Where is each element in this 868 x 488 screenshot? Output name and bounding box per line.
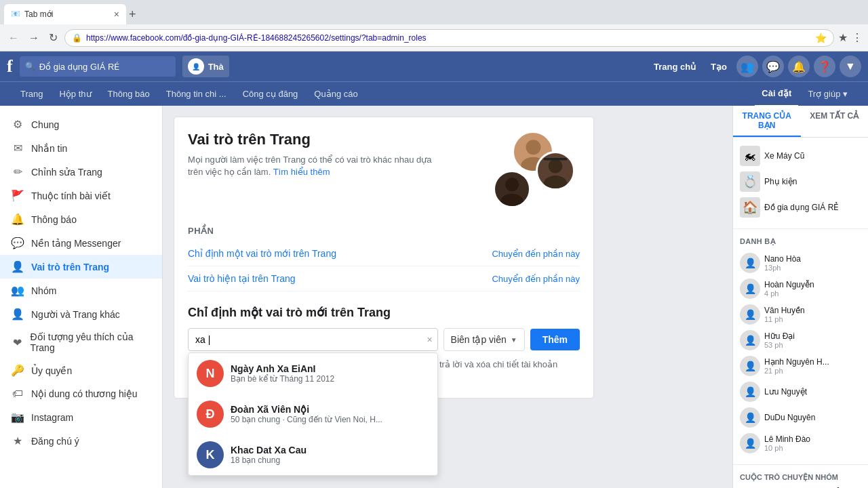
rs-page-item-1[interactable]: 🏍 Xe Máy Cũ (740, 143, 861, 169)
sidebar-label-nguoi: Người và Trang khác (31, 309, 120, 320)
assign-jump-link[interactable]: Chuyển đến phần này (492, 249, 580, 259)
dropdown-item-3[interactable]: K Khac Dat Xa Cau 18 bạn chung (189, 434, 437, 475)
dropdown-avatar-2: Đ (197, 401, 224, 428)
rs-person-avatar-3: 👤 (740, 304, 760, 325)
svg-point-0 (526, 140, 540, 155)
url-input[interactable] (86, 33, 811, 43)
role-select-button[interactable]: Biên tập viên ▼ (443, 328, 525, 351)
sidebar-label-nhom: Nhóm (31, 285, 56, 296)
subnav-congcu[interactable]: Công cụ đăng (236, 82, 305, 106)
subnav-trogiup[interactable]: Trợ giúp ▾ (801, 82, 854, 106)
sidebar-item-doituong[interactable]: ❤ Đối tượng yêu thích của Trang (0, 326, 162, 359)
assign-row: × N Ngày Anh Xa EiAnI Bạn bè kể từ Tháng… (188, 328, 580, 351)
new-tab-button[interactable]: + (129, 7, 136, 22)
subnav-trang[interactable]: Trang (14, 82, 50, 106)
fb-search-input[interactable] (39, 62, 148, 72)
sidebar-item-thongbao[interactable]: 🔔 Thông báo (0, 207, 162, 231)
sidebar-item-nguoi[interactable]: 👤 Người và Trang khác (0, 302, 162, 326)
lock-icon: 🔒 (72, 33, 82, 43)
dropdown-avatar-3: K (197, 441, 224, 468)
tab-see-all[interactable]: XEM TẤT CẢ (801, 106, 869, 137)
back-button[interactable]: ← (5, 29, 22, 47)
assign-search-input[interactable] (188, 328, 438, 351)
rs-page-item-3[interactable]: 🏠 Đồ gia dụng GIÁ RẺ (740, 195, 861, 220)
rs-person-4[interactable]: 👤 Hữu Đại 53 ph (740, 327, 861, 353)
content-area: Vai trò trên Trang Mọi người làm việc tr… (163, 106, 732, 488)
rs-page-avatar-2: 💍 (740, 171, 760, 192)
instagram-icon: 📷 (11, 411, 24, 424)
rs-page-name-2: Phụ kiện (764, 177, 797, 186)
sidebar-item-uyquyen[interactable]: 🔑 Ủy quyền (0, 359, 162, 382)
learn-more-link[interactable]: Tìm hiểu thêm (273, 167, 330, 177)
notifications-icon[interactable]: 🔔 (788, 56, 810, 77)
create-link[interactable]: Tạo (705, 59, 732, 75)
sidebar-item-vaitro[interactable]: 👤 Vai trò trên Trang (0, 255, 162, 279)
tab-close-button[interactable]: × (114, 9, 119, 20)
subnav-thongbao[interactable]: Thông báo (101, 82, 157, 106)
search-clear-button[interactable]: × (427, 334, 432, 345)
account-menu-icon[interactable]: ▼ (840, 56, 861, 77)
home-link[interactable]: Trang chủ (648, 59, 701, 75)
settings-icon[interactable]: ⋮ (852, 31, 863, 44)
rs-person-name-3: Vân Huyền (764, 306, 805, 315)
dropdown-avatar-1: N (197, 360, 224, 387)
sidebar-item-chung[interactable]: ⚙ Chung (0, 113, 162, 136)
assign-link[interactable]: Chỉ định một vai trò mới trên Trang (188, 248, 336, 259)
add-role-button[interactable]: Thêm (530, 329, 580, 350)
roles-icon: 👤 (11, 260, 24, 273)
rs-person-time-1: 13ph (764, 264, 801, 272)
fb-search-bar[interactable]: 🔍 (20, 56, 176, 77)
sidebar-item-noidung[interactable]: 🏷 Nội dung có thương hiệu (0, 382, 162, 405)
rs-page-avatar-1: 🏍 (740, 146, 760, 166)
current-jump-link[interactable]: Chuyển đến phần này (492, 274, 580, 284)
refresh-button[interactable]: ↻ (46, 28, 60, 47)
sidebar-label-dangchuý: Đăng chú ý (31, 436, 79, 447)
page-roles-text: Vai trò trên Trang Mọi người làm việc tr… (188, 131, 446, 178)
rs-person-8[interactable]: 👤 Lê Minh Đào 10 ph (740, 430, 861, 456)
sidebar-item-instagram[interactable]: 📷 Instagram (0, 405, 162, 429)
fb-page-switcher[interactable]: 👤 Thà (182, 56, 229, 77)
rs-person-1[interactable]: 👤 Nano Hòa 13ph (740, 250, 861, 276)
forward-button[interactable]: → (26, 29, 42, 47)
sidebar-item-thuoctinh[interactable]: 🚩 Thuộc tính bài viết (0, 184, 162, 207)
bookmark-icon[interactable]: ★ (838, 31, 848, 44)
subnav-thongtin[interactable]: Thông tin chi ... (159, 82, 233, 106)
sidebar-item-nhom[interactable]: 👥 Nhóm (0, 279, 162, 302)
rs-person-6[interactable]: 👤 Lưu Nguyệt (740, 379, 861, 405)
sidebar-label-nhantin: Nhắn tin (31, 143, 67, 154)
current-roles-link[interactable]: Vai trò hiện tại trên Trang (188, 273, 296, 284)
rs-page-name-1: Xe Máy Cũ (764, 151, 804, 161)
dropdown-item-2[interactable]: Đ Đoàn Xã Viên Nội 50 bạn chung · Cũng đ… (189, 394, 437, 434)
sidebar-item-nhantin[interactable]: ✉ Nhắn tin (0, 136, 162, 160)
sidebar-item-chinhsua[interactable]: ✏ Chỉnh sửa Trang (0, 160, 162, 184)
active-tab[interactable]: 📧 Tab mới × (4, 4, 126, 24)
page-subnav: Trang Hộp thư Thông báo Thông tin chi ..… (0, 81, 868, 106)
directory-section: DANH BẠ 👤 Nano Hòa 13ph 👤 Hoàn Nguyễn 4 … (733, 232, 868, 462)
friends-icon[interactable]: 👥 (736, 56, 758, 77)
sidebar-item-dangchuý[interactable]: ★ Đăng chú ý (0, 429, 162, 453)
svg-rect-4 (544, 158, 568, 160)
dropdown-item-info-3: Khac Dat Xa Cau 18 bạn chung (231, 445, 307, 465)
rs-person-5[interactable]: 👤 Hạnh Nguyên H... 21 ph (740, 353, 861, 379)
subnav-caidat[interactable]: Cài đặt (755, 82, 798, 106)
rs-page-item-2[interactable]: 💍 Phụ kiện (740, 169, 861, 195)
dropdown-item-1[interactable]: N Ngày Anh Xa EiAnI Bạn bè kể từ Tháng 1… (189, 353, 437, 394)
help-icon[interactable]: ❓ (814, 56, 835, 77)
rs-person-7[interactable]: 👤 DuDu Nguyên (740, 405, 861, 430)
dropdown-item-info-1: Ngày Anh Xa EiAnI Bạn bè kể từ Tháng 11 … (231, 363, 334, 384)
tab-your-pages[interactable]: TRANG CỦA BẠN (733, 106, 801, 137)
messenger-icon[interactable]: 💬 (762, 56, 784, 77)
caret-icon: ▼ (511, 336, 517, 344)
rs-person-3[interactable]: 👤 Vân Huyền 11 ph (740, 302, 861, 327)
sidebar-item-messenger[interactable]: 💬 Nền tảng Messenger (0, 231, 162, 255)
sidebar-label-doituong: Đối tượng yêu thích của Trang (31, 331, 151, 353)
rs-person-time-5: 21 ph (764, 367, 829, 375)
subnav-hopthu[interactable]: Hộp thư (52, 82, 98, 106)
page-roles-desc: Mọi người làm việc trên Trang có thể có … (188, 154, 446, 178)
fb-topnav-right: Trang chủ Tạo 👥 💬 🔔 ❓ ▼ (648, 56, 861, 77)
gear-icon: ⚙ (11, 118, 24, 131)
address-search-button[interactable]: ⭐ (815, 33, 827, 43)
subnav-quangcao[interactable]: Quảng cáo (307, 82, 364, 106)
rs-person-2[interactable]: 👤 Hoàn Nguyễn 4 ph (740, 276, 861, 302)
dropdown-item-info-2: Đoàn Xã Viên Nội 50 bạn chung · Cũng đến… (231, 404, 382, 424)
